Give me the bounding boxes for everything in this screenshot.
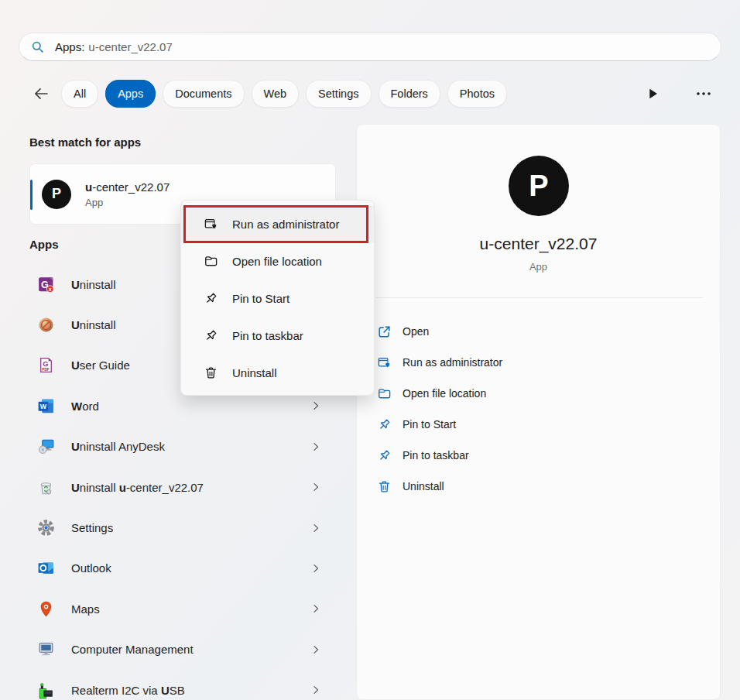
action-uninstall[interactable]: Uninstall: [357, 471, 720, 502]
chevron-right-icon[interactable]: [310, 684, 322, 696]
search-scope-label: Apps:: [55, 40, 84, 53]
pin-to-start-icon: [204, 291, 218, 306]
more-options-button[interactable]: [690, 83, 717, 105]
detail-app-name: u-center_v22.07: [357, 235, 720, 253]
u-center-app-icon: P: [42, 180, 71, 209]
tab-folders[interactable]: Folders: [379, 80, 440, 108]
detail-panel: P u-center_v22.07 App Open Run as admini…: [356, 124, 721, 700]
list-item-uninstall-anydesk[interactable]: Uninstall AnyDesk: [29, 427, 322, 467]
action-run-as-administrator[interactable]: Run as administrator: [357, 347, 720, 378]
run-as-administrator-icon: [204, 217, 218, 232]
detail-app-type: App: [357, 261, 720, 273]
anydesk-uninstall-icon: [36, 437, 56, 456]
play-button[interactable]: [641, 83, 664, 105]
pin-to-start-icon: [377, 417, 392, 432]
list-item-label: Uninstall AnyDesk: [71, 440, 165, 453]
open-file-location-icon: [204, 254, 218, 269]
tab-web[interactable]: Web: [252, 80, 300, 108]
list-item-label: User Guide: [71, 359, 130, 372]
play-icon: [644, 85, 661, 102]
uninstall-sphere-icon: [36, 315, 56, 335]
u-center-app-icon-large: P: [509, 156, 569, 216]
action-pin-to-start[interactable]: Pin to Start: [357, 409, 720, 440]
uninstall-ucenter-icon: G x: [36, 275, 56, 294]
list-item-label: Uninstall: [71, 318, 116, 331]
chevron-right-icon[interactable]: [310, 602, 322, 615]
word-icon: W: [36, 396, 56, 416]
svg-text:PDF: PDF: [42, 368, 50, 372]
list-item-label: Computer Management: [71, 643, 194, 656]
computer-management-icon: [36, 640, 56, 659]
list-item-maps[interactable]: Maps: [29, 588, 322, 629]
best-match-type: App: [85, 197, 170, 208]
list-item-label: Outlook: [71, 561, 111, 575]
recycle-uninstall-icon: [36, 478, 56, 497]
detail-actions: Open Run as administrator Open file loca…: [357, 316, 720, 502]
svg-text:x: x: [49, 287, 52, 292]
chevron-right-icon[interactable]: [310, 481, 322, 493]
realterm-icon: [36, 681, 56, 700]
tab-settings[interactable]: Settings: [306, 80, 371, 108]
context-menu: Run as administrator Open file location …: [180, 200, 375, 396]
best-match-heading: Best match for apps: [29, 136, 141, 149]
apps-heading: Apps: [29, 238, 59, 251]
maps-pin-icon: [36, 599, 56, 619]
best-match-name: u-center_v22.07: [85, 180, 170, 194]
tab-documents[interactable]: Documents: [163, 80, 244, 108]
back-button[interactable]: [29, 82, 53, 105]
ellipsis-icon: [694, 84, 713, 103]
filter-tabs: All Apps Documents Web Settings Folders …: [29, 80, 507, 108]
list-item-label: Uninstall u-center_v22.07: [71, 481, 204, 494]
run-as-administrator-icon: [377, 355, 392, 370]
tab-photos[interactable]: Photos: [447, 80, 507, 108]
list-item-label: Uninstall: [71, 278, 116, 291]
search-query-text: u-center_v22.07: [88, 40, 172, 53]
svg-text:G: G: [43, 361, 48, 369]
list-item-label: Settings: [71, 521, 113, 534]
uninstall-icon: [204, 365, 218, 380]
divider: [376, 297, 703, 298]
pdf-user-guide-icon: G PDF: [36, 355, 56, 375]
back-arrow-icon: [32, 84, 50, 103]
selection-accent-bar: [30, 180, 33, 210]
menu-item-pin-to-start[interactable]: Pin to Start: [181, 280, 374, 317]
list-item-label: Maps: [71, 602, 100, 616]
list-item-outlook[interactable]: Outlook: [29, 548, 322, 588]
list-item-label: Word: [71, 400, 99, 413]
best-match-text: u-center_v22.07 App: [85, 180, 170, 208]
chevron-right-icon[interactable]: [310, 400, 322, 412]
action-open-file-location[interactable]: Open file location: [357, 378, 720, 409]
list-item-settings[interactable]: Settings: [29, 507, 322, 547]
menu-item-open-file-location[interactable]: Open file location: [181, 242, 374, 280]
list-item-computer-management[interactable]: Computer Management: [29, 630, 322, 670]
action-open[interactable]: Open: [357, 316, 720, 347]
pin-to-taskbar-icon: [377, 448, 392, 463]
tab-apps[interactable]: Apps: [105, 80, 156, 108]
open-icon: [377, 324, 392, 339]
list-item-label: Realterm I2C via USB: [71, 684, 185, 697]
search-icon: [30, 39, 46, 55]
open-file-location-icon: [377, 386, 392, 401]
svg-text:W: W: [40, 403, 47, 410]
menu-item-run-as-administrator[interactable]: Run as administrator: [181, 205, 374, 242]
pin-to-taskbar-icon: [204, 328, 218, 343]
list-item-realterm[interactable]: Realterm I2C via USB: [29, 670, 322, 700]
chevron-right-icon[interactable]: [310, 643, 322, 656]
menu-item-uninstall[interactable]: Uninstall: [181, 354, 374, 391]
action-pin-to-taskbar[interactable]: Pin to taskbar: [357, 440, 720, 471]
settings-gear-icon: [36, 518, 56, 537]
uninstall-icon: [377, 479, 392, 494]
menu-item-pin-to-taskbar[interactable]: Pin to taskbar: [181, 317, 374, 354]
search-input[interactable]: Apps: u-center_v22.07: [19, 33, 721, 61]
chevron-right-icon[interactable]: [310, 562, 322, 575]
tab-all[interactable]: All: [61, 80, 98, 108]
list-item-uninstall-ucenter[interactable]: Uninstall u-center_v22.07: [29, 467, 322, 507]
outlook-icon: [36, 558, 56, 578]
chevron-right-icon[interactable]: [310, 522, 322, 534]
chevron-right-icon[interactable]: [310, 441, 322, 453]
